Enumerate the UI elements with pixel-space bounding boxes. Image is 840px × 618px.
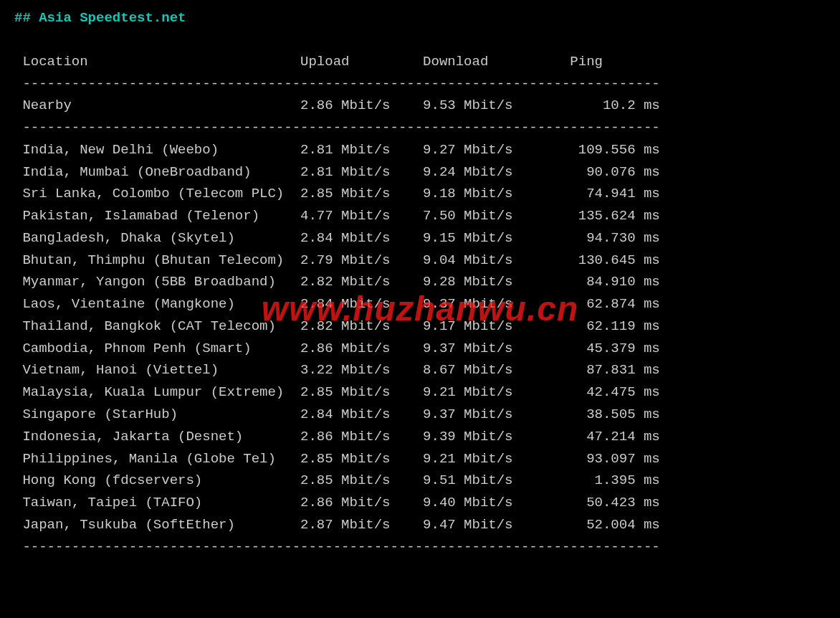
speedtest-table: Location Upload Download Ping ----------… (14, 51, 826, 558)
section-title: ## Asia Speedtest.net (14, 7, 826, 29)
